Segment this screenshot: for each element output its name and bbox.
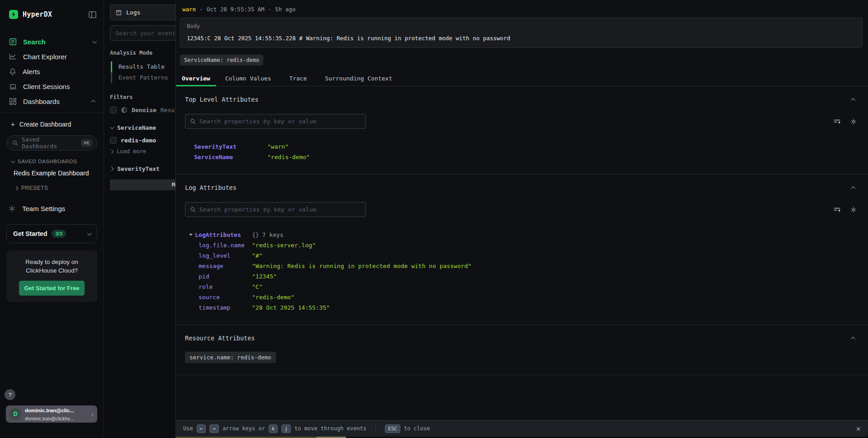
wrap-lines-icon[interactable] (833, 118, 841, 125)
braces-icon: {} (252, 231, 259, 238)
sidebar-item-label: Chart Explorer (23, 53, 67, 61)
attr-key[interactable]: SeverityText (194, 141, 267, 152)
attr-key[interactable]: timestamp (199, 302, 252, 313)
sidebar-item-alerts[interactable]: Alerts (0, 64, 104, 79)
denoise-icon (121, 107, 128, 113)
attr-key[interactable]: message (199, 261, 252, 271)
attr-row: log.file.name "redis-server.log" (199, 240, 859, 250)
attr-key[interactable]: role (199, 282, 252, 292)
sidebar-item-dashboards[interactable]: Dashboards (0, 94, 104, 109)
attr-row: pid "12345" (199, 271, 859, 282)
tab-overview[interactable]: Overview (176, 72, 216, 86)
property-search-input[interactable] (199, 206, 361, 213)
dot-separator: · (199, 6, 203, 13)
service-name-tag[interactable]: ServiceName: redis-demo (180, 55, 263, 66)
section-title: Log Attributes (185, 184, 237, 191)
log-attr-table: LogAttributes {}7 keys log.file.name "re… (185, 230, 859, 313)
section-header: Resource Attributes (185, 334, 859, 342)
collapse-section-icon[interactable] (851, 186, 855, 190)
attr-value[interactable]: "C" (252, 282, 859, 292)
hyperdx-logo-icon (9, 10, 18, 19)
footer-text: to close (404, 425, 430, 432)
sidebar-item-chart-explorer[interactable]: Chart Explorer (0, 49, 104, 64)
attr-key[interactable]: log.file.name (199, 240, 252, 250)
sidebar-item-label: Search (23, 38, 46, 46)
gear-icon[interactable] (850, 206, 857, 213)
get-started-progress-badge: 3/3 (52, 230, 66, 238)
attr-value[interactable]: "redis-demo" (252, 292, 859, 302)
sidebar-item-label: Client Sessions (23, 83, 70, 90)
search-icon (190, 207, 196, 212)
redis-demo-checkbox[interactable] (110, 137, 117, 144)
denoise-checkbox[interactable] (110, 107, 117, 113)
presets-section[interactable]: PRESETS (0, 177, 104, 191)
property-search[interactable] (185, 114, 366, 129)
attr-value[interactable]: "redis-demo" (267, 152, 859, 162)
plus-icon: + (11, 120, 15, 128)
saved-dashboards-search[interactable]: Saved Dashboards ⌘K (6, 135, 97, 151)
tab-surrounding-context[interactable]: Surrounding Context (316, 72, 402, 86)
footer-text: arrow keys or (223, 425, 265, 432)
bell-icon (9, 68, 16, 75)
get-started-toggle[interactable]: Get Started 3/3 (6, 224, 97, 243)
chevron-right-icon (109, 149, 114, 154)
saved-dashboards-section[interactable]: SAVED DASHBOARDS (0, 151, 104, 164)
facet-option-label: redis-demo (121, 137, 156, 144)
denoise-label: Denoise (132, 107, 157, 113)
property-search-input[interactable] (199, 118, 361, 125)
sidebar-item-label: Dashboards (23, 98, 60, 105)
attr-value[interactable]: "warn" (267, 141, 859, 152)
attr-key[interactable]: pid (199, 271, 252, 282)
attr-key[interactable]: ServiceName (194, 152, 267, 162)
resource-attribute-tag[interactable]: service.name: redis-demo (185, 352, 276, 363)
footer-divider (375, 424, 376, 433)
sidebar: HyperDX Search Chart Explorer (0, 0, 104, 438)
team-settings-label: Team Settings (22, 205, 65, 212)
user-name: dominic.tran@clic... (25, 408, 74, 413)
collapse-sidebar-icon[interactable] (89, 11, 96, 18)
attr-value[interactable]: "28 Oct 2025 14:55:35" (252, 302, 859, 313)
caret-down-icon (189, 234, 193, 236)
search-icon (190, 118, 196, 124)
attr-key[interactable]: source (199, 292, 252, 302)
tab-column-values[interactable]: Column Values (216, 72, 280, 86)
gear-icon[interactable] (850, 118, 857, 125)
collapse-section-icon[interactable] (851, 336, 855, 341)
left-arrow-keycap: ← (197, 424, 206, 433)
facet-name: SeverityText (117, 165, 160, 172)
section-title: Top Level Attributes (185, 96, 259, 103)
attr-key[interactable]: log_level (199, 250, 252, 261)
attr-parent-meta: {}7 keys (252, 230, 859, 240)
attr-parent-key[interactable]: LogAttributes (189, 230, 252, 240)
attr-value[interactable]: "Warning: Redis is running in protected … (252, 261, 859, 271)
sidebar-item-client-sessions[interactable]: Client Sessions (0, 79, 104, 94)
sidebar-item-team-settings[interactable]: Team Settings (0, 191, 104, 212)
property-search[interactable] (185, 202, 366, 217)
get-started-free-button[interactable]: Get Started for Free (19, 281, 85, 296)
presets-label: PRESETS (21, 185, 48, 191)
collapse-section-icon[interactable] (851, 98, 855, 102)
user-identity: dominic.tran@clic... dominic.tran@clickh… (25, 406, 88, 422)
section-title: Resource Attributes (185, 334, 255, 342)
chevron-up-icon (91, 100, 95, 104)
chevron-down-icon (11, 159, 15, 163)
attr-value[interactable]: "redis-server.log" (252, 240, 859, 250)
avatar: D (9, 408, 21, 420)
sidebar-item-redis-dashboard[interactable]: Redis Example Dashboard (0, 164, 104, 177)
sidebar-item-search[interactable]: Search (0, 34, 104, 49)
create-dashboard-label: Create Dashboard (19, 121, 71, 128)
attr-value[interactable]: "12345" (252, 271, 859, 282)
attr-row: source "redis-demo" (199, 292, 859, 302)
facet-name: ServiceName (117, 124, 156, 131)
wrap-lines-icon[interactable] (833, 207, 841, 213)
section-top-level-attributes: Top Level Attributes (176, 86, 868, 174)
help-button[interactable]: ? (5, 389, 15, 400)
sidebar-item-label: Alerts (23, 68, 40, 75)
attr-value[interactable]: "#" (252, 250, 859, 261)
create-dashboard-button[interactable]: + Create Dashboard (0, 113, 104, 131)
tab-trace[interactable]: Trace (280, 72, 316, 86)
close-icon[interactable]: ✕ (856, 424, 861, 433)
user-menu[interactable]: D dominic.tran@clic... dominic.tran@clic… (6, 405, 97, 423)
attr-row: log_level "#" (199, 250, 859, 261)
right-arrow-keycap: → (209, 424, 219, 433)
